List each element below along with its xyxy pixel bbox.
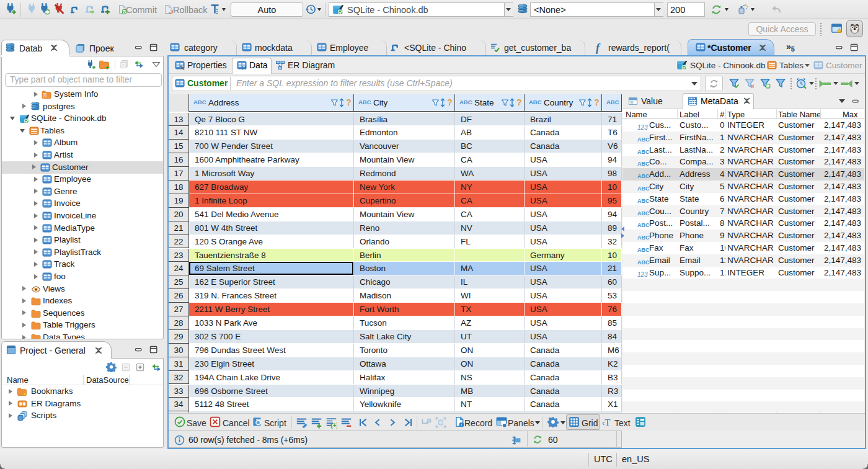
- svg-text:(+): (+): [330, 422, 337, 429]
- svg-text:i: i: [461, 422, 462, 427]
